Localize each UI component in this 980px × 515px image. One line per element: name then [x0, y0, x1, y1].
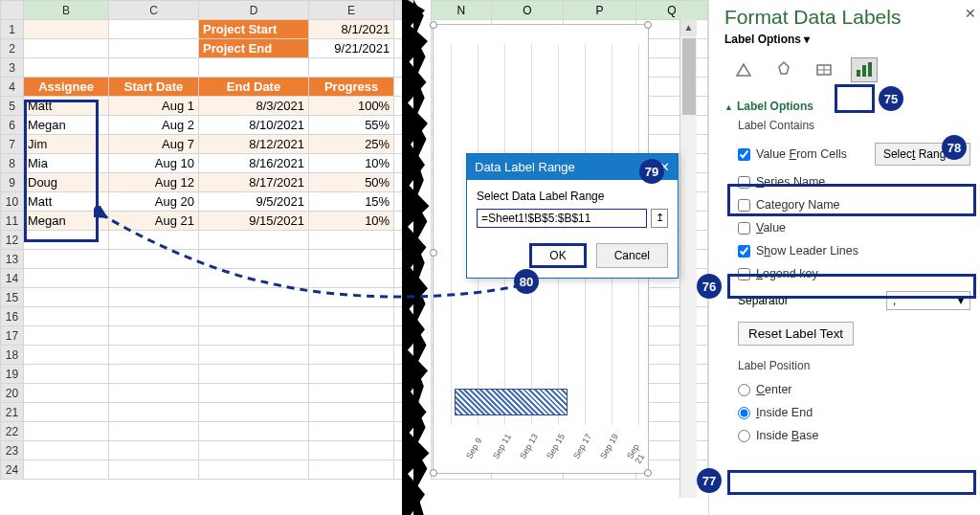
row-header[interactable]: 3 — [1, 58, 24, 78]
col-header-b[interactable]: B — [24, 1, 109, 20]
select-all-cell[interactable] — [1, 1, 24, 20]
inside-end-radio[interactable] — [738, 407, 750, 419]
leader-lines-option[interactable]: Show Leader Lines — [724, 239, 970, 262]
project-end-date[interactable]: 9/21/2021 — [309, 39, 394, 58]
chart-axis-tick: Sep 13 — [518, 432, 540, 460]
svg-rect-5 — [862, 65, 866, 77]
value-from-cells-option[interactable]: Value From Cells Select Range... — [724, 138, 970, 170]
panel-subtitle[interactable]: Label Options ▾ — [724, 33, 970, 46]
center-radio[interactable] — [738, 384, 750, 396]
callout-badge: 80 — [514, 269, 539, 294]
category-name-option[interactable]: Category Name — [724, 193, 970, 216]
hdr-start[interactable]: Start Date — [109, 78, 199, 97]
separator-dropdown[interactable]: ,▾ — [886, 291, 970, 310]
callout-badge: 77 — [697, 468, 722, 493]
value-from-cells-checkbox[interactable] — [738, 148, 750, 161]
range-input[interactable] — [477, 209, 647, 228]
row-header[interactable]: 4 — [1, 78, 24, 97]
panel-title: Format Data Labels — [724, 6, 970, 29]
chart-axis-tick: Sep 11 — [491, 432, 513, 460]
range-picker-icon[interactable]: ↥ — [651, 209, 668, 228]
chart-resize-handle[interactable] — [644, 469, 652, 477]
project-start-label[interactable]: Project Start — [198, 20, 308, 39]
callout-badge: 79 — [639, 159, 664, 184]
close-icon[interactable]: ✕ — [965, 6, 976, 21]
callout-badge: 76 — [697, 274, 722, 299]
vertical-scrollbar[interactable]: ▲ — [679, 19, 697, 498]
svg-rect-6 — [868, 62, 872, 77]
callout-badge: 78 — [942, 135, 967, 160]
format-data-labels-panel: ✕ Format Data Labels Label Options ▾ ▲La… — [708, 0, 980, 515]
center-position-option[interactable]: Center — [724, 378, 970, 401]
col-header-p[interactable]: P — [564, 1, 635, 20]
scroll-up-arrow-icon[interactable]: ▲ — [680, 19, 697, 36]
scrollbar-thumb[interactable] — [682, 38, 696, 115]
spreadsheet-grid[interactable]: B C D E F 1Project Start8/1/2021 2Projec… — [0, 0, 415, 480]
value-checkbox[interactable] — [738, 222, 750, 235]
legend-key-checkbox[interactable] — [738, 268, 750, 280]
chart-resize-handle[interactable] — [644, 21, 652, 29]
chart-options-tab-icon[interactable] — [851, 57, 878, 82]
label-contains-group: Label Contains — [738, 119, 970, 132]
col-header-n[interactable]: N — [432, 1, 492, 20]
svg-marker-0 — [779, 62, 789, 74]
col-header-c[interactable]: C — [109, 1, 199, 20]
cancel-button[interactable]: Cancel — [596, 243, 668, 268]
effects-tab-icon[interactable] — [770, 57, 797, 82]
row-header[interactable]: 1 — [1, 20, 24, 39]
inside-base-radio[interactable] — [738, 430, 750, 442]
chart-axis-tick: Sep 9 — [464, 437, 483, 460]
label-position-group: Label Position — [738, 359, 970, 372]
inside-end-position-option[interactable]: Inside End — [724, 401, 970, 424]
legend-key-option[interactable]: Legend key — [724, 262, 970, 285]
chart-axis-tick: Sep 19 — [598, 432, 620, 460]
col-header-o[interactable]: O — [491, 1, 563, 20]
project-start-date[interactable]: 8/1/2021 — [309, 20, 394, 39]
hdr-progress[interactable]: Progress — [309, 78, 394, 97]
chart-axis-tick: Sep 15 — [545, 432, 567, 460]
chart-resize-handle[interactable] — [430, 469, 437, 477]
callout-badge: 75 — [879, 86, 903, 111]
svg-rect-4 — [857, 70, 860, 77]
col-header-d[interactable]: D — [198, 1, 308, 20]
dialog-label: Select Data Label Range — [477, 190, 668, 203]
chart-resize-handle[interactable] — [430, 249, 437, 257]
hdr-end[interactable]: End Date — [198, 78, 308, 97]
reset-label-text-button[interactable]: Reset Label Text — [738, 322, 854, 346]
chart-axis-tick: Sep 21 — [625, 436, 653, 465]
dialog-title: Data Label Range — [475, 160, 575, 174]
row-header[interactable]: 2 — [1, 39, 24, 58]
size-tab-icon[interactable] — [811, 57, 837, 82]
chart-data-bar[interactable] — [455, 389, 568, 415]
label-options-section[interactable]: ▲Label Options — [724, 100, 970, 113]
inside-base-position-option[interactable]: Inside Base — [724, 424, 970, 447]
value-option[interactable]: Value — [724, 216, 970, 239]
col-header-q[interactable]: Q — [635, 1, 707, 20]
category-name-checkbox[interactable] — [738, 199, 750, 212]
ok-button[interactable]: OK — [529, 243, 586, 268]
hdr-assignee[interactable]: Assignee — [24, 78, 109, 97]
chart-axis-tick: Sep 17 — [571, 432, 593, 460]
separator-label: Separator — [738, 294, 789, 307]
series-name-checkbox[interactable] — [738, 176, 750, 189]
fill-tab-icon[interactable] — [730, 57, 757, 82]
chart-resize-handle[interactable] — [430, 21, 437, 29]
project-end-label[interactable]: Project End — [198, 39, 308, 58]
series-name-option[interactable]: Series Name — [724, 170, 970, 193]
col-header-e[interactable]: E — [309, 1, 394, 20]
leader-lines-checkbox[interactable] — [738, 245, 750, 258]
